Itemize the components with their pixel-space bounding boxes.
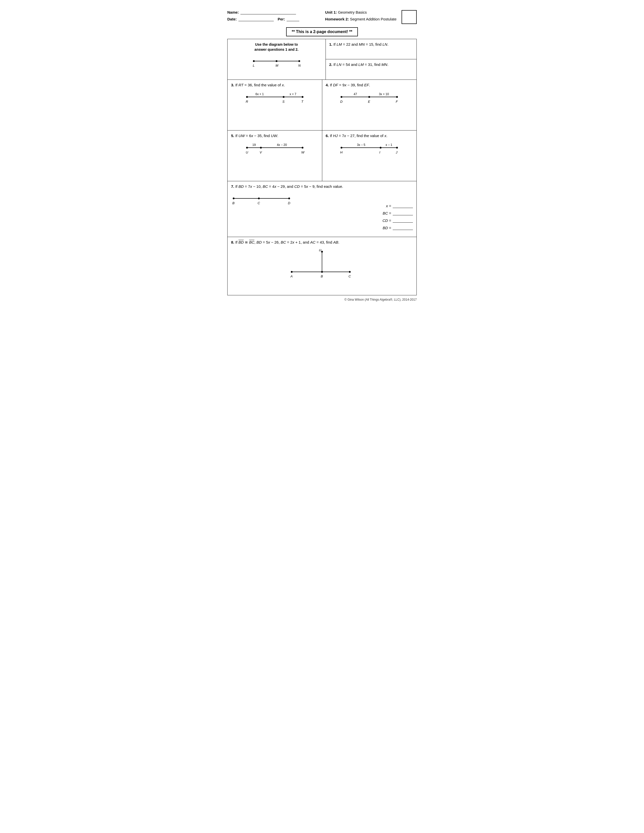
- q4-header: 4. If DF = 9x − 39, find EF.: [326, 83, 413, 87]
- svg-point-19: [396, 96, 398, 98]
- svg-text:V: V: [259, 150, 262, 154]
- q8-text: If BD ≅ BC, BD = 5x − 26, BC = 2x + 1, a…: [235, 240, 340, 244]
- svg-point-52: [291, 271, 293, 273]
- q7-answers: x = BC = CD = BD =: [367, 188, 413, 230]
- svg-text:T: T: [301, 100, 304, 103]
- svg-text:N: N: [298, 64, 301, 68]
- q2-text: If LN = 54 and LM = 31, find MN.: [333, 62, 388, 67]
- diagram-rst: 6x + 1 x + 7 R S T: [245, 91, 305, 108]
- q5-header: 5. If UW = 6x − 35, find UW.: [231, 133, 319, 138]
- svg-text:S: S: [282, 100, 285, 103]
- header: Name: Date: Per: Unit 1: Geometry Basics…: [227, 10, 417, 25]
- bc-label: BC =: [383, 211, 391, 215]
- q2-cell: 2. If LN = 54 and LM = 31, find MN.: [326, 60, 417, 79]
- svg-point-17: [341, 96, 343, 98]
- diagram-top-title: Use the diagram below toanswer questions…: [231, 42, 322, 52]
- per-field[interactable]: [287, 17, 299, 21]
- q3-text: If RT = 36, find the value of x.: [235, 83, 285, 87]
- svg-point-37: [396, 147, 398, 149]
- diagram-def: 47 3x + 10 D E F: [339, 91, 399, 108]
- footer-text: © Gina Wilson (All Things Algebra®, LLC)…: [345, 298, 417, 301]
- bd-answer-field[interactable]: [393, 226, 413, 230]
- cd-answer-line: CD =: [382, 218, 413, 223]
- diagram-lmn: L M N: [249, 56, 304, 71]
- score-box: [402, 10, 417, 24]
- row-3: 5. If UW = 6x − 35, find UW. 19 4x − 20 …: [227, 130, 417, 181]
- svg-text:D: D: [288, 201, 290, 205]
- svg-text:B: B: [321, 274, 323, 278]
- q7-text: If BD = 7x − 10, BC = 4x − 29, and CD = …: [235, 184, 343, 188]
- svg-text:H: H: [340, 150, 343, 154]
- row-5: 8. If BD ≅ BC, BD = 5x − 26, BC = 2x + 1…: [227, 237, 417, 295]
- x-answer-line: x =: [386, 204, 413, 208]
- svg-text:19: 19: [252, 143, 256, 147]
- per-label: Per:: [278, 17, 285, 21]
- svg-point-44: [233, 198, 235, 199]
- diagram-top-cell: Use the diagram below toanswer questions…: [227, 39, 326, 79]
- name-row: Name:: [227, 10, 325, 14]
- svg-point-36: [380, 147, 382, 149]
- svg-text:C: C: [258, 201, 260, 205]
- header-left: Name: Date: Per:: [227, 10, 325, 25]
- hw-line: Homework 2: Segment Addition Postulate: [325, 17, 396, 21]
- svg-text:U: U: [246, 150, 248, 154]
- diagram-abcd: D A B C: [289, 249, 355, 285]
- svg-text:4x − 20: 4x − 20: [277, 143, 287, 147]
- q1-cell: 1. If LM = 22 and MN = 15, find LN.: [326, 39, 417, 60]
- svg-text:6x + 1: 6x + 1: [255, 92, 264, 96]
- name-field[interactable]: [240, 10, 296, 14]
- q6-number: 6.: [326, 133, 329, 138]
- date-group: Date: Per:: [227, 17, 299, 21]
- bc-answer-field[interactable]: [393, 211, 413, 215]
- q3-cell: 3. If RT = 36, find the value of x. 6x +…: [227, 80, 322, 130]
- svg-text:D: D: [340, 100, 343, 103]
- svg-text:W: W: [301, 150, 305, 154]
- unit-label: Unit 1:: [325, 10, 337, 14]
- unit-value: Geometry Basics: [338, 10, 367, 14]
- q1-number: 1.: [329, 42, 333, 47]
- svg-point-3: [298, 60, 300, 62]
- date-label: Date:: [227, 17, 237, 21]
- svg-point-54: [349, 271, 351, 273]
- svg-text:F: F: [396, 100, 398, 103]
- date-field[interactable]: [238, 17, 274, 21]
- svg-text:3x + 10: 3x + 10: [379, 92, 389, 96]
- q4-text: If DF = 9x − 39, find EF.: [330, 83, 370, 87]
- diagram-hij: 3x − 5 x − 1 H I J: [339, 142, 399, 159]
- diagram-bcd: B C D: [231, 192, 292, 210]
- q6-text: If HJ = 7x − 27, find the value of x.: [330, 133, 387, 138]
- row-2: 3. If RT = 36, find the value of x. 6x +…: [227, 80, 417, 130]
- q7-content: B C D x = BC = CD =: [231, 188, 413, 230]
- svg-text:x + 7: x + 7: [290, 92, 296, 96]
- hw-label: Homework 2:: [325, 17, 349, 21]
- svg-point-35: [341, 147, 343, 149]
- svg-text:C: C: [349, 274, 351, 278]
- q7-header: 7. If BD = 7x − 10, BC = 4x − 29, and CD…: [231, 184, 413, 188]
- q3-header: 3. If RT = 36, find the value of x.: [231, 83, 319, 87]
- svg-point-8: [246, 96, 248, 98]
- cd-answer-field[interactable]: [393, 219, 413, 223]
- svg-point-10: [301, 96, 303, 98]
- q5-text: If UW = 6x − 35, find UW.: [235, 133, 278, 138]
- hw-value: Segment Addition Postulate: [350, 17, 396, 21]
- q2-number: 2.: [329, 62, 333, 67]
- q7-diagram: B C D: [231, 188, 360, 211]
- svg-point-28: [301, 147, 303, 149]
- row-4: 7. If BD = 7x − 10, BC = 4x − 29, and CD…: [227, 181, 417, 237]
- svg-text:L: L: [253, 64, 254, 68]
- notice-text: ** This is a 2-page document! **: [292, 29, 352, 34]
- svg-text:I: I: [379, 150, 380, 154]
- x-label: x =: [386, 204, 391, 208]
- svg-point-53: [321, 271, 323, 273]
- q8-cell: 8. If BD ≅ BC, BD = 5x − 26, BC = 2x + 1…: [227, 237, 417, 295]
- svg-point-9: [283, 96, 284, 98]
- main-grid: Use the diagram below toanswer questions…: [227, 39, 417, 295]
- svg-point-2: [275, 60, 277, 62]
- svg-point-55: [321, 251, 323, 252]
- svg-point-26: [246, 147, 248, 149]
- q1-q2-cells: 1. If LM = 22 and MN = 15, find LN. 2. I…: [326, 39, 417, 79]
- bc-answer-line: BC =: [383, 211, 413, 215]
- q6-header: 6. If HJ = 7x − 27, find the value of x.: [326, 133, 413, 138]
- unit-hw-info: Unit 1: Geometry Basics Homework 2: Segm…: [325, 10, 396, 21]
- x-answer-field[interactable]: [393, 204, 413, 208]
